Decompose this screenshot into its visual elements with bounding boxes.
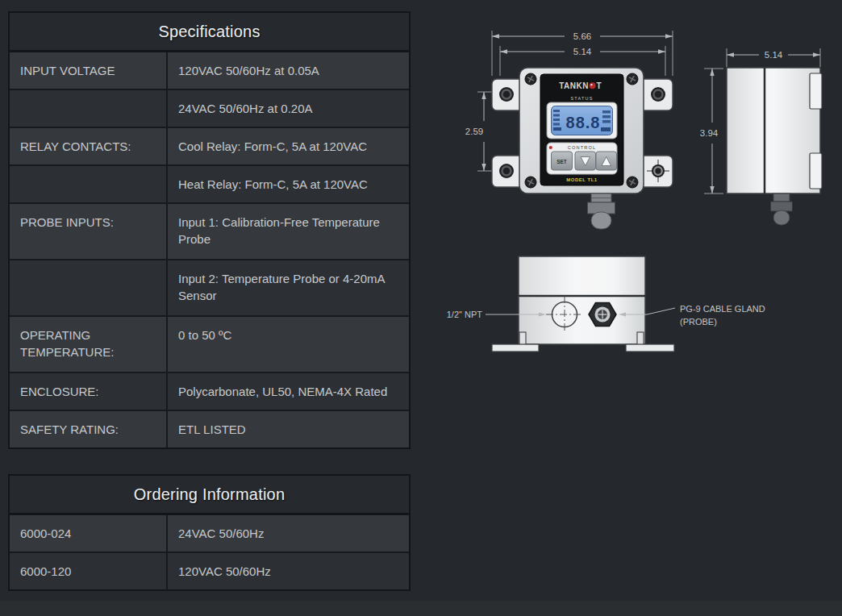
foot-bracket xyxy=(637,332,644,345)
model-label: MODEL TL1 xyxy=(566,177,598,182)
spec-label xyxy=(10,260,168,315)
side-view-drawing: 5.14 3.94 xyxy=(700,48,822,225)
brand-dot-icon xyxy=(590,82,596,89)
table-row: 24VAC 50/60Hz at 0.20A xyxy=(10,89,409,127)
spec-label: RELAY CONTACTS: xyxy=(10,128,168,164)
table-row: Input 2: Temperature Probe or 4-20mA Sen… xyxy=(10,259,409,315)
screw-icon xyxy=(627,177,638,188)
table-row: Heat Relay: Form-C, 5A at 120VAC xyxy=(10,164,409,202)
spec-label: INPUT VOLTAGE xyxy=(10,52,168,89)
brand-text-suffix: T xyxy=(597,81,602,90)
specifications-body: INPUT VOLTAGE 120VAC 50/60Hz at 0.05A 24… xyxy=(10,52,409,447)
dim-arrow-up-icon xyxy=(481,92,486,99)
set-button-label: SET xyxy=(556,159,567,164)
dim-text-hole-spacing: 2.59 xyxy=(465,127,483,136)
set-button[interactable]: SET xyxy=(552,152,573,170)
table-row: OPERATING TEMPERATURE: 0 to 50 ºC xyxy=(10,315,409,372)
ordering-title: Ordering Information xyxy=(10,476,409,515)
table-row: ENCLOSURE: Polycarbonate, UL50, NEMA-4X … xyxy=(10,372,409,410)
table-row: SAFETY RATING: ETL LISTED xyxy=(10,410,409,447)
hinge-tab xyxy=(810,73,822,109)
screw-icon xyxy=(525,73,536,85)
dim-arrow-left-icon xyxy=(492,34,499,38)
cable-gland-side xyxy=(771,194,793,225)
part-description: 120VAC 50/60Hz xyxy=(168,553,409,589)
dimension-side-height: 3.94 xyxy=(700,69,723,194)
dim-arrow-right-icon xyxy=(665,34,673,38)
spec-label: OPERATING TEMPERATURE: xyxy=(10,317,168,372)
status-label: STATUS xyxy=(570,96,593,101)
specifications-table: Specifications INPUT VOLTAGE 120VAC 50/6… xyxy=(8,11,411,449)
mounting-foot xyxy=(626,344,674,352)
lcd-digits: 88.8 xyxy=(566,114,601,131)
table-row: INPUT VOLTAGE 120VAC 50/60Hz at 0.05A xyxy=(10,52,409,89)
spec-value: 24VAC 50/60Hz at 0.20A xyxy=(168,90,409,127)
lid-shading xyxy=(519,257,644,295)
enclosure-side xyxy=(727,68,820,194)
gland-label-line1: PG-9 CABLE GLAND xyxy=(680,304,765,314)
gland-label-line2: (PROBE) xyxy=(680,317,717,327)
spec-value: ETL LISTED xyxy=(168,411,409,447)
hinge-tab xyxy=(810,153,822,189)
spec-value: 0 to 50 ºC xyxy=(168,317,409,372)
dim-text-side-height: 3.94 xyxy=(700,128,719,138)
spec-value: Input 1: Calibration-Free Temperature Pr… xyxy=(168,204,409,259)
foot-bracket xyxy=(519,332,526,345)
technical-drawing: 5.66 5.14 2.59 xyxy=(436,0,842,379)
spec-label: PROBE INPUTS: xyxy=(10,204,168,259)
part-number: 6000-120 xyxy=(10,553,168,589)
mounting-hole xyxy=(499,164,514,178)
spec-value: 120VAC 50/60Hz at 0.05A xyxy=(168,52,409,89)
dimension-side-width: 5.14 xyxy=(727,48,820,67)
specifications-title: Specifications xyxy=(10,13,409,52)
cable-gland-front xyxy=(588,194,615,229)
part-number: 6000-024 xyxy=(10,515,168,551)
mounting-hole xyxy=(651,87,665,102)
spec-label: ENCLOSURE: xyxy=(10,373,168,410)
dim-arrow-up-icon xyxy=(710,69,714,76)
table-row: 6000-024 24VAC 50/60Hz xyxy=(10,515,409,551)
spec-label: SAFETY RATING: xyxy=(10,411,168,447)
spec-label xyxy=(10,90,168,127)
table-row: RELAY CONTACTS: Cool Relay: Form-C, 5A a… xyxy=(10,127,409,164)
mounting-hole xyxy=(499,87,514,102)
control-label: CONTROL xyxy=(568,145,596,150)
table-row: PROBE INPUTS: Input 1: Calibration-Free … xyxy=(10,202,409,259)
part-description: 24VAC 50/60Hz xyxy=(168,515,409,551)
dim-arrow-right-icon xyxy=(658,49,665,53)
spec-value: Input 2: Temperature Probe or 4-20mA Sen… xyxy=(168,260,409,315)
dim-arrow-left-icon xyxy=(500,49,507,53)
pg9-cable-gland xyxy=(589,303,616,327)
bottom-view-drawing: 1/2" NPT PG-9 CABLE GLAND (PROBE) xyxy=(447,256,765,352)
dim-text-side-width: 5.14 xyxy=(765,50,783,60)
spec-value: Cool Relay: Form-C, 5A at 120VAC xyxy=(168,128,409,164)
spec-value: Polycarbonate, UL50, NEMA-4X Rated xyxy=(168,373,409,410)
footer-bar xyxy=(0,601,842,616)
dim-text-outer-width: 5.66 xyxy=(573,31,591,41)
ordering-table: Ordering Information 6000-024 24VAC 50/6… xyxy=(8,474,411,591)
up-arrow-button[interactable] xyxy=(596,152,617,170)
dim-arrow-left-icon xyxy=(727,52,734,56)
table-row: 6000-120 120VAC 50/60Hz xyxy=(10,551,409,589)
mounting-foot xyxy=(492,344,539,352)
brand-dot-highlight xyxy=(590,84,592,85)
dim-arrow-right-icon xyxy=(813,52,820,56)
down-arrow-button[interactable] xyxy=(575,152,596,170)
led-indicator-icon xyxy=(549,146,552,149)
ordering-body: 6000-024 24VAC 50/60Hz 6000-120 120VAC 5… xyxy=(10,515,409,589)
dim-arrow-down-icon xyxy=(481,164,486,171)
brand-text-prefix: TANKN xyxy=(559,81,589,90)
dim-arrow-down-icon xyxy=(710,186,714,194)
spec-label xyxy=(10,166,168,202)
spec-value: Heat Relay: Form-C, 5A at 120VAC xyxy=(168,166,409,202)
screw-icon xyxy=(627,73,638,85)
screw-icon xyxy=(525,177,536,188)
npt-label: 1/2" NPT xyxy=(447,310,483,319)
front-view-drawing: 5.66 5.14 2.59 xyxy=(465,31,673,229)
dim-text-inner-width: 5.14 xyxy=(573,47,592,56)
